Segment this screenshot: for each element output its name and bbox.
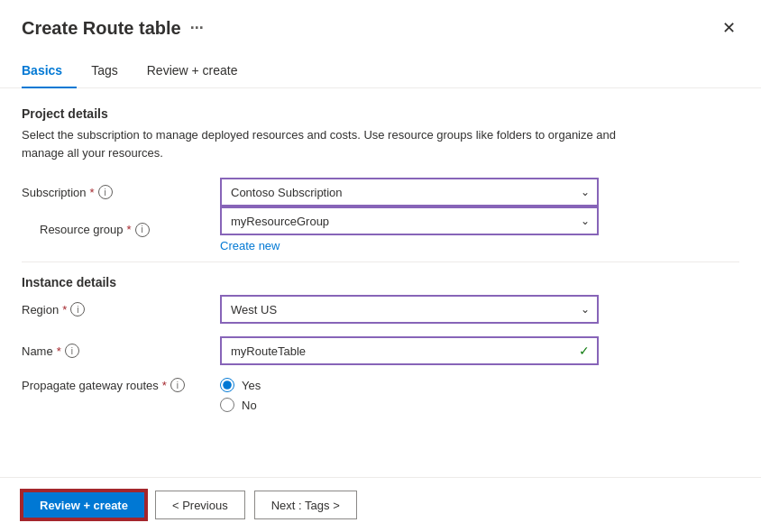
form-footer: Review + create < Previous Next : Tags > <box>0 477 761 532</box>
tab-tags[interactable]: Tags <box>77 56 133 88</box>
tab-basics[interactable]: Basics <box>22 56 77 88</box>
propagate-gateway-routes-label-col: Propagate gateway routes * i <box>22 378 220 392</box>
resource-group-info-icon[interactable]: i <box>135 223 150 237</box>
subscription-select[interactable]: Contoso Subscription <box>220 178 599 206</box>
instance-details-section: Instance details <box>22 275 739 289</box>
name-row: Name * i myRouteTable ✓ <box>22 336 739 365</box>
propagate-gateway-routes-row: Propagate gateway routes * i Yes No <box>22 378 739 412</box>
subscription-row: Subscription * i Contoso Subscription ⌄ <box>22 178 739 206</box>
panel-title-text: Create Route table <box>22 18 181 39</box>
propagate-yes-label: Yes <box>242 379 261 392</box>
section-divider <box>22 261 739 262</box>
resource-group-required-marker: * <box>127 223 132 236</box>
name-input-wrapper: myRouteTable ✓ <box>220 336 599 365</box>
resource-group-select-wrapper: myResourceGroup ⌄ <box>220 206 599 235</box>
next-tags-button[interactable]: Next : Tags > <box>254 491 357 519</box>
name-input-col: myRouteTable ✓ <box>220 336 599 365</box>
resource-group-row: Resource group * i myResourceGroup ⌄ Cre… <box>22 206 739 252</box>
resource-group-select[interactable]: myResourceGroup <box>220 206 599 235</box>
subscription-input-col: Contoso Subscription ⌄ <box>220 178 599 206</box>
tab-bar: Basics Tags Review + create <box>0 45 761 88</box>
propagate-required-marker: * <box>162 379 167 392</box>
project-details-title: Project details <box>22 106 739 121</box>
resource-group-label: Resource group <box>40 223 124 236</box>
propagate-radio-group-col: Yes No <box>220 378 599 412</box>
propagate-yes-row: Yes <box>220 378 599 392</box>
propagate-no-label: No <box>242 399 257 412</box>
name-select[interactable]: myRouteTable <box>220 336 599 365</box>
create-new-resource-group-link[interactable]: Create new <box>220 239 280 252</box>
subscription-label: Subscription <box>22 186 87 199</box>
propagate-info-icon[interactable]: i <box>170 378 185 392</box>
region-label-col: Region * i <box>22 302 220 316</box>
instance-details-title: Instance details <box>22 275 739 289</box>
propagate-radio-group: Yes No <box>220 378 599 412</box>
region-label: Region <box>22 303 59 316</box>
panel-title: Create Route table ··· <box>22 18 204 39</box>
propagate-gateway-routes-label: Propagate gateway routes <box>22 379 159 392</box>
name-label: Name <box>22 344 53 358</box>
subscription-label-col: Subscription * i <box>22 185 220 199</box>
region-info-icon[interactable]: i <box>70 302 85 316</box>
subscription-info-icon[interactable]: i <box>98 185 113 199</box>
review-create-button[interactable]: Review + create <box>22 491 146 519</box>
panel-options-icon[interactable]: ··· <box>190 19 204 38</box>
resource-group-input-col: myResourceGroup ⌄ Create new <box>220 206 599 252</box>
panel-header: Create Route table ··· ✕ <box>0 0 761 41</box>
subscription-select-wrapper: Contoso Subscription ⌄ <box>220 178 599 206</box>
region-required-marker: * <box>62 303 67 316</box>
propagate-yes-radio[interactable] <box>220 378 234 392</box>
form-content: Project details Select the subscription … <box>0 88 761 477</box>
name-label-col: Name * i <box>22 344 220 358</box>
resource-group-label-col: Resource group * i <box>22 223 220 237</box>
create-route-table-panel: Create Route table ··· ✕ Basics Tags Rev… <box>0 0 761 532</box>
name-required-marker: * <box>57 344 61 358</box>
name-info-icon[interactable]: i <box>65 344 79 358</box>
region-select[interactable]: West US <box>220 295 599 324</box>
previous-button[interactable]: < Previous <box>155 491 245 519</box>
close-button[interactable]: ✕ <box>719 14 739 41</box>
region-input-col: West US ⌄ <box>220 295 599 324</box>
project-details-section: Project details Select the subscription … <box>22 106 739 161</box>
region-select-wrapper: West US ⌄ <box>220 295 599 324</box>
project-details-description: Select the subscription to manage deploy… <box>22 126 635 161</box>
tab-review-create[interactable]: Review + create <box>133 56 252 88</box>
propagate-no-radio[interactable] <box>220 398 234 412</box>
subscription-required-marker: * <box>90 186 95 199</box>
region-row: Region * i West US ⌄ <box>22 295 739 324</box>
name-valid-checkmark: ✓ <box>579 344 590 358</box>
propagate-no-row: No <box>220 398 599 412</box>
